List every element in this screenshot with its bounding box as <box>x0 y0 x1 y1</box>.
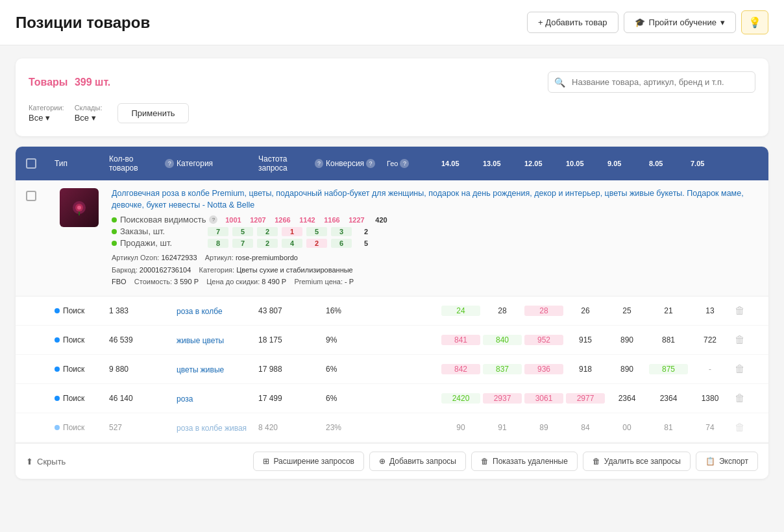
kw-freq-1: 18 175 <box>258 335 323 345</box>
kw-d2-0: 28 <box>483 306 522 315</box>
th-d5: 9.05 <box>607 160 646 167</box>
add-product-button[interactable]: + Добавить товар <box>527 12 619 33</box>
kw-d2-1: 840 <box>483 335 522 345</box>
category-filter-group: Категории: Все ▾ <box>29 104 64 123</box>
kw-d5-0: 25 <box>607 306 646 315</box>
kw-category-3[interactable]: роза <box>177 394 193 404</box>
kw-conv-4: 23% <box>326 423 384 432</box>
th-geo: Гео ? <box>387 159 439 168</box>
header-actions: + Добавить товар 🎓 Пройти обучение ▾ 💡 <box>527 10 768 34</box>
kw-conv-1: 9% <box>326 335 384 345</box>
kw-category-4[interactable]: роза в колбе живая <box>177 424 247 433</box>
kw-qty-1: 46 539 <box>109 335 174 345</box>
rose-icon <box>69 197 90 218</box>
th-d6: 8.05 <box>649 160 688 167</box>
chevron-up-icon: ⬆ <box>26 457 33 466</box>
delete-keyword-4[interactable]: 🗑 <box>732 420 748 435</box>
delete-keyword-0[interactable]: 🗑 <box>732 303 748 319</box>
sales-dot <box>112 241 117 246</box>
fbo-label: FBO <box>112 278 127 285</box>
filter-bar: Товары 399 шт. 🔍 Категории: Все ▾ Склады… <box>16 58 768 136</box>
th-category: Категория <box>177 159 256 168</box>
warehouse-select[interactable]: Все ▾ <box>75 113 103 123</box>
th-frequency: Частота запроса ? <box>258 154 323 173</box>
delete-keyword-3[interactable]: 🗑 <box>732 391 748 406</box>
article-value: rose-premiumbordo <box>236 254 298 261</box>
training-button[interactable]: 🎓 Пройти обучение ▾ <box>624 12 736 33</box>
th-d7: 7.05 <box>691 160 729 167</box>
orders-values: 7 5 2 1 5 3 2 <box>208 227 376 236</box>
search-input[interactable] <box>548 71 755 93</box>
kw-qty-3: 46 140 <box>109 394 174 403</box>
kw-d5-2: 890 <box>607 365 646 374</box>
visibility-help-icon[interactable]: ? <box>209 215 217 224</box>
apply-button[interactable]: Применить <box>117 103 188 123</box>
kw-d7-2: - <box>691 365 729 374</box>
qty-help-icon[interactable]: ? <box>165 159 174 168</box>
product-checkbox[interactable] <box>26 191 36 201</box>
kw-freq-0: 43 807 <box>258 306 323 315</box>
product-table: Тип Кол-во товаров ? Категория Частота з… <box>16 147 768 479</box>
category-label-meta: Категория: <box>199 266 234 274</box>
chevron-down-icon: ▾ <box>92 113 96 123</box>
kw-category-1[interactable]: живые цветы <box>177 336 224 345</box>
kw-category-0[interactable]: роза в колбе <box>177 307 223 316</box>
product-details: Долговечная роза в колбе Premium, цветы,… <box>112 188 758 288</box>
expand-queries-button[interactable]: ⊞ Расширение запросов <box>253 452 364 471</box>
search-visibility-dot <box>112 217 117 223</box>
sales-label: Продажи, шт. <box>120 238 172 248</box>
category-select[interactable]: Все ▾ <box>29 113 64 123</box>
kw-d5-4: 00 <box>607 423 646 432</box>
kw-d2-3: 2937 <box>483 393 522 404</box>
article-ozon-label: Артикул Ozon: <box>112 254 159 261</box>
delete-keyword-1[interactable]: 🗑 <box>732 332 748 348</box>
goods-count-value: 399 шт. <box>75 77 110 88</box>
kw-d5-3: 2364 <box>607 394 646 403</box>
show-deleted-button[interactable]: 🗑 Показать удаленные <box>471 452 578 471</box>
goods-count: Товары 399 шт. <box>29 77 110 88</box>
keyword-rows: Поиск1 383роза в колбе43 80716%242828262… <box>16 296 768 442</box>
page-title: Позиции товаров <box>16 14 150 32</box>
delete-all-button[interactable]: 🗑 Удалить все запросы <box>583 452 691 471</box>
product-meta: Артикул Ozon: 162472933 Артикул: rose-pr… <box>112 252 758 288</box>
search-icon: 🔍 <box>554 77 565 88</box>
kw-d1-2: 842 <box>441 364 480 374</box>
article-label: Артикул: <box>205 254 234 261</box>
category-value-meta: Цветы сухие и стабилизированные <box>236 266 353 274</box>
search-visibility-values: 1001 1207 1266 1142 1166 1227 420 <box>223 215 391 224</box>
conv-help-icon[interactable]: ? <box>366 159 375 168</box>
kw-d7-0: 13 <box>691 306 729 315</box>
kw-type-0: Поиск <box>55 306 106 315</box>
kw-category-2[interactable]: цветы живые <box>177 365 224 374</box>
search-visibility-label: Поисковая видимость <box>120 215 206 224</box>
warehouse-label: Склады: <box>75 104 103 112</box>
chevron-down-icon: ▾ <box>45 113 50 123</box>
keyword-row: Поиск1 383роза в колбе43 80716%242828262… <box>16 296 768 326</box>
kw-d3-3: 3061 <box>524 393 563 404</box>
product-title-link[interactable]: Долговечная роза в колбе Premium, цветы,… <box>112 188 758 211</box>
theme-toggle-button[interactable]: 💡 <box>741 10 768 34</box>
add-queries-button[interactable]: ⊕ Добавить запросы <box>369 452 466 471</box>
freq-help-icon[interactable]: ? <box>315 159 323 168</box>
svg-point-2 <box>77 206 81 210</box>
table-header: Тип Кол-во товаров ? Категория Частота з… <box>16 147 768 180</box>
export-button[interactable]: 📋 Экспорт <box>696 452 758 471</box>
kw-freq-3: 17 499 <box>258 394 323 403</box>
kw-d3-1: 952 <box>524 335 563 345</box>
delete-keyword-2[interactable]: 🗑 <box>732 361 748 377</box>
select-all-checkbox[interactable] <box>26 158 52 169</box>
kw-type-2: Поиск <box>55 365 106 374</box>
hide-button[interactable]: ⬆ Скрыть <box>26 457 66 466</box>
th-d3: 12.05 <box>524 160 563 167</box>
bottom-bar: ⬆ Скрыть ⊞ Расширение запросов ⊕ Добавит… <box>16 443 768 479</box>
kw-d7-1: 722 <box>691 335 729 345</box>
kw-d6-4: 81 <box>649 423 688 432</box>
barcode-value: 2000162736104 <box>140 266 191 274</box>
kw-d2-4: 91 <box>483 423 522 432</box>
geo-help-icon[interactable]: ? <box>400 159 409 168</box>
keyword-row: Поиск46 539живые цветы18 1759%8418409529… <box>16 326 768 355</box>
premium-value: - Р <box>345 278 354 285</box>
kw-d3-4: 89 <box>524 423 563 432</box>
filter-top: Товары 399 шт. 🔍 <box>29 71 755 93</box>
product-block: Долговечная роза в колбе Premium, цветы,… <box>16 180 768 443</box>
